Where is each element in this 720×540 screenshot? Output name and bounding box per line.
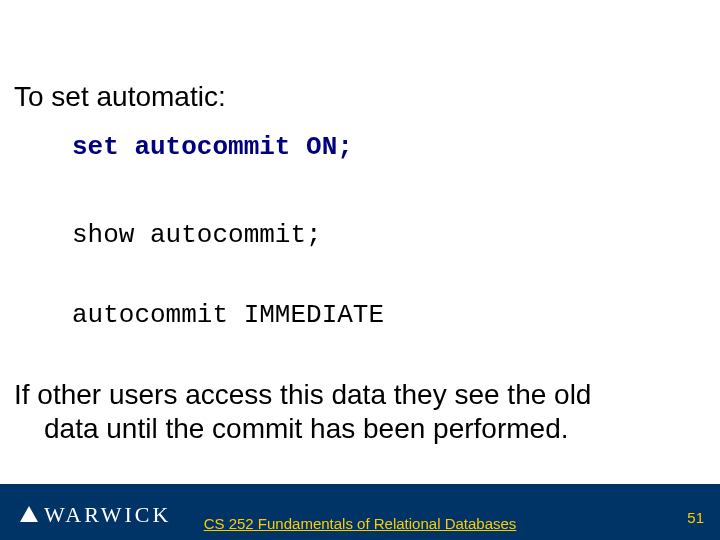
- code-autocommit-result: autocommit IMMEDIATE: [72, 300, 384, 330]
- paragraph-line2: data until the commit has been performed…: [44, 412, 704, 446]
- code-show-autocommit: show autocommit;: [72, 220, 322, 250]
- slide: To set automatic: set autocommit ON; sho…: [0, 0, 720, 540]
- code-set-autocommit: set autocommit ON;: [72, 132, 353, 162]
- paragraph-line1: If other users access this data they see…: [14, 379, 591, 410]
- heading: To set automatic:: [14, 80, 226, 114]
- course-title: CS 252 Fundamentals of Relational Databa…: [0, 515, 720, 532]
- paragraph: If other users access this data they see…: [14, 378, 704, 445]
- page-number: 51: [687, 509, 704, 526]
- footer-bar: WARWICK CS 252 Fundamentals of Relationa…: [0, 484, 720, 540]
